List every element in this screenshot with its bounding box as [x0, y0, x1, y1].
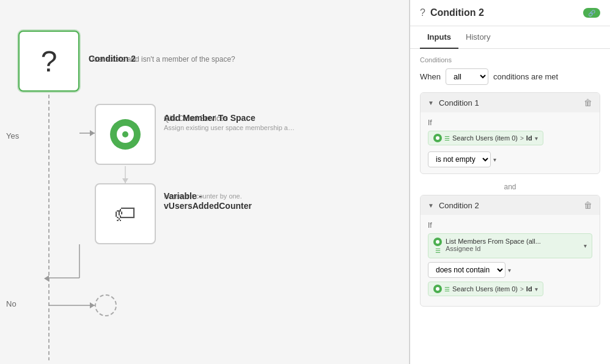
no-branch-label: No	[6, 299, 17, 308]
editor-content: Conditions When all conditions are met ▼…	[410, 49, 610, 364]
workflow-canvas: ? Condition 2 User exists and isn't a me…	[0, 0, 410, 364]
question-mark-icon: ?	[41, 45, 57, 78]
tab-history[interactable]: History	[458, 26, 498, 49]
filter-2-caret-icon: ▾	[508, 267, 511, 274]
chip-lines-icon: ☰	[444, 135, 450, 142]
variable-node-title: Variable - vUsersAddedCounter	[164, 191, 252, 211]
condition-1-filter-select[interactable]: is not empty	[428, 151, 491, 167]
editor-tabs: Inputs History	[410, 26, 610, 49]
condition-1-filter-row: is not empty ▾	[428, 151, 592, 167]
editor-title: Condition 2	[430, 7, 484, 18]
condition-2-label: Condition 2	[439, 201, 479, 210]
chip-bottom-dot-icon	[433, 285, 442, 293]
condition-1-chip[interactable]: ☰ Search Users (item 0) > Id ▾	[428, 131, 543, 145]
chip-arrow-icon: >	[520, 135, 524, 142]
no-arrow-icon	[90, 302, 95, 308]
condition-2-chip-two-line[interactable]: ☰ List Members From Space (all... Assign…	[428, 233, 592, 258]
condition-editor-panel: ? Condition 2 🔗 Inputs History Condition…	[410, 0, 610, 364]
chip-bottom-lines-icon: ☰	[444, 286, 450, 293]
qlik-icon	[110, 119, 141, 150]
condition-node-title: Condition 2	[89, 54, 136, 64]
link-icon-symbol: 🔗	[588, 10, 595, 16]
qlik-inner-circle	[117, 126, 134, 143]
when-label: When	[420, 72, 441, 81]
condition-2-bottom-chip-field: Id	[526, 285, 532, 293]
condition-2-bottom-chip[interactable]: ☰ Search Users (item 0) > Id ▾	[428, 282, 543, 296]
yes-branch-label: Yes	[6, 131, 19, 140]
condition-node[interactable]: ?	[18, 31, 79, 92]
condition-2-header[interactable]: ▼ Condition 2 🗑	[421, 195, 600, 215]
condition-node-labels: Condition 2 User exists and isn't a memb…	[89, 54, 235, 64]
editor-header: ? Condition 2 🔗	[410, 0, 610, 26]
condition-2-block: ▼ Condition 2 🗑 If ☰ List Members From S…	[420, 195, 600, 307]
qlik-dot	[122, 131, 128, 137]
condition-2-filter-select[interactable]: does not contain	[428, 262, 505, 278]
chip-two-caret-icon: ▾	[584, 242, 587, 249]
condition-2-if-label: If	[428, 221, 592, 230]
chevron-2-down-icon: ▼	[428, 202, 434, 209]
chip-caret-icon: ▾	[535, 135, 538, 142]
qlik-node[interactable]	[95, 104, 156, 165]
delete-condition-1-button[interactable]: 🗑	[584, 98, 592, 107]
tag-icon: 🏷	[114, 201, 136, 227]
chip-two-green-dot-icon	[433, 238, 442, 246]
chip-bottom-inner	[436, 287, 439, 291]
editor-title-row: ? Condition 2	[420, 7, 484, 18]
chip-two-lines-icon: ☰	[435, 247, 441, 254]
condition-1-block: ▼ Condition 1 🗑 If ☰ Search Users (item …	[420, 92, 600, 174]
header-question-icon: ?	[420, 7, 425, 18]
and-divider: and	[420, 179, 600, 195]
condition-1-label: Condition 1	[439, 98, 479, 107]
chip-two-icons: ☰	[433, 238, 442, 254]
variable-node-labels: Variable - vUsersAddedCounter Increment …	[164, 191, 242, 200]
chip-green-dot-icon	[433, 134, 442, 142]
delete-condition-2-button[interactable]: 🗑	[584, 200, 592, 210]
chip-two-content: List Members From Space (all... Assignee…	[446, 238, 580, 252]
empty-node-circle	[95, 294, 117, 316]
qlik-node-title: Add Member To Space	[164, 113, 255, 123]
condition-1-chip-field: Id	[526, 134, 532, 142]
condition-2-header-left: ▼ Condition 2	[428, 201, 479, 210]
condition-2-bottom-chip-wrapper: ☰ Search Users (item 0) > Id ▾	[428, 282, 592, 300]
chip-two-title: List Members From Space (all...	[446, 238, 580, 245]
chip-two-inner-circle	[436, 240, 439, 244]
filter-caret-icon: ▾	[493, 156, 496, 163]
link-toggle-button[interactable]: 🔗	[583, 8, 600, 18]
chip-two-sub: Assignee Id	[446, 245, 580, 252]
conditions-suffix: conditions are met	[493, 72, 558, 81]
down-arrow-icon	[122, 178, 128, 183]
chip-inner-circle	[436, 136, 439, 140]
condition-1-if-label: If	[428, 118, 592, 127]
condition-2-bottom-chip-text: Search Users (item 0)	[452, 285, 518, 293]
condition-2-filter-row: does not contain ▾	[428, 262, 592, 278]
chip-bottom-caret-icon: ▾	[535, 286, 538, 293]
condition-1-header-left: ▼ Condition 1	[428, 98, 479, 107]
variable-node[interactable]: 🏷	[95, 183, 156, 244]
back-arrow-icon	[44, 275, 49, 282]
qlik-node-labels: Add Member To Space Qlik Cloud Services …	[164, 113, 298, 131]
chip-bottom-arrow-icon: >	[520, 286, 524, 293]
yes-arrow-icon	[90, 130, 95, 136]
when-row: When all conditions are met	[420, 68, 600, 85]
chevron-down-icon: ▼	[428, 100, 434, 106]
conditions-section-label: Conditions	[420, 56, 600, 64]
qlik-node-desc: Assign existing user space membership an…	[164, 124, 298, 131]
condition-1-body: If ☰ Search Users (item 0) > Id ▾ is not…	[421, 112, 600, 173]
when-select[interactable]: all	[446, 68, 488, 85]
condition-1-header[interactable]: ▼ Condition 1 🗑	[421, 93, 600, 112]
condition-1-chip-text: Search Users (item 0)	[452, 134, 518, 142]
condition-2-body: If ☰ List Members From Space (all... Ass…	[421, 215, 600, 306]
tab-inputs[interactable]: Inputs	[420, 26, 458, 49]
